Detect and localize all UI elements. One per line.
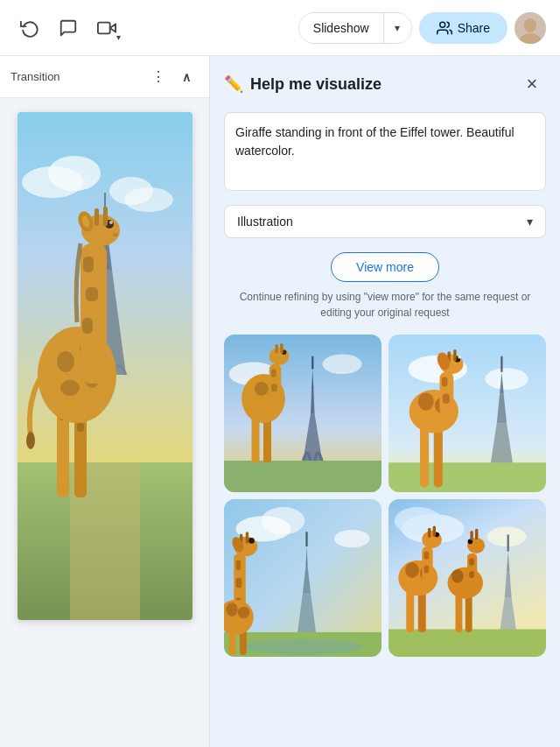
- svg-point-51: [255, 382, 269, 396]
- svg-point-84: [262, 507, 305, 535]
- history-icon[interactable]: [14, 12, 46, 44]
- svg-rect-121: [424, 552, 430, 560]
- prompt-text: Giraffe standing in front of the Eiffel …: [235, 123, 535, 160]
- right-panel: ✏️ Help me visualize × Giraffe standing …: [210, 56, 560, 747]
- svg-rect-58: [276, 344, 278, 353]
- svg-point-71: [418, 392, 434, 410]
- comments-icon[interactable]: [52, 12, 84, 44]
- close-button[interactable]: ×: [518, 70, 546, 98]
- prompt-text-container[interactable]: Giraffe standing in front of the Eiffel …: [224, 112, 546, 191]
- slide-panel: Transition ⋮ ∧: [0, 56, 210, 747]
- svg-point-130: [452, 569, 464, 583]
- svg-rect-125: [428, 528, 430, 538]
- svg-rect-134: [469, 571, 474, 578]
- generated-image-2[interactable]: [388, 335, 546, 492]
- svg-rect-128: [466, 593, 472, 632]
- svg-point-118: [405, 562, 419, 578]
- slide-card[interactable]: [18, 112, 192, 620]
- svg-rect-74: [442, 377, 448, 386]
- svg-rect-47: [224, 461, 382, 492]
- svg-rect-68: [420, 423, 429, 487]
- svg-point-91: [244, 639, 362, 655]
- svg-rect-75: [443, 394, 450, 404]
- svg-rect-59: [280, 343, 283, 353]
- toolbar: ▾ Slideshow ▾ Share: [0, 0, 560, 56]
- image-grid: [224, 335, 546, 657]
- share-icon: [437, 20, 452, 36]
- generated-image-1[interactable]: [224, 335, 382, 492]
- svg-point-2: [439, 22, 444, 27]
- svg-point-109: [487, 527, 527, 547]
- svg-point-42: [323, 355, 362, 375]
- style-dropdown[interactable]: Illustration ▾: [224, 205, 546, 238]
- svg-rect-99: [246, 532, 248, 544]
- svg-rect-93: [236, 560, 242, 570]
- svg-rect-54: [271, 369, 276, 377]
- dropdown-arrow-icon: ▾: [395, 22, 400, 34]
- more-options-icon[interactable]: ⋮: [146, 65, 171, 89]
- slideshow-main-button[interactable]: Slideshow: [299, 13, 383, 43]
- style-label: Illustration: [237, 215, 293, 229]
- chevron-up-icon[interactable]: ∧: [174, 65, 199, 89]
- svg-point-4: [524, 18, 536, 32]
- transition-label: Transition: [10, 70, 143, 83]
- svg-point-62: [485, 368, 528, 390]
- share-button[interactable]: Share: [419, 12, 508, 44]
- svg-point-85: [334, 530, 370, 547]
- svg-rect-138: [475, 529, 478, 539]
- svg-rect-55: [271, 384, 277, 391]
- slide-image: [18, 112, 192, 620]
- svg-point-78: [458, 356, 460, 358]
- svg-point-104: [226, 603, 238, 617]
- svg-point-56: [270, 348, 290, 365]
- dropdown-chevron-icon: ▾: [527, 215, 533, 229]
- video-icon[interactable]: ▾: [91, 12, 122, 44]
- svg-rect-114: [388, 630, 546, 658]
- svg-rect-126: [433, 525, 436, 536]
- svg-rect-67: [388, 462, 546, 492]
- svg-rect-127: [456, 593, 463, 632]
- svg-point-105: [238, 607, 250, 619]
- slide-content: [0, 98, 209, 747]
- generated-image-4[interactable]: [388, 499, 546, 657]
- pencil-icon: ✏️: [224, 74, 243, 94]
- svg-rect-94: [236, 578, 242, 588]
- slideshow-dropdown-button[interactable]: ▾: [383, 13, 411, 43]
- svg-rect-137: [470, 531, 472, 540]
- view-more-button[interactable]: View more: [331, 252, 439, 282]
- svg-rect-80: [453, 349, 456, 362]
- svg-marker-0: [110, 24, 116, 32]
- hint-text: Continue refining by using "view more" f…: [224, 289, 546, 321]
- close-icon: ×: [527, 73, 538, 95]
- svg-rect-39: [18, 112, 192, 620]
- generated-image-3[interactable]: [224, 499, 382, 657]
- share-label: Share: [458, 21, 490, 35]
- svg-rect-122: [424, 565, 430, 573]
- avatar[interactable]: [514, 12, 546, 44]
- svg-rect-133: [469, 559, 474, 566]
- panel-title-row: ✏️ Help me visualize: [224, 74, 382, 94]
- panel-title: Help me visualize: [250, 75, 382, 94]
- svg-rect-1: [98, 22, 110, 33]
- slide-toolbar: Transition ⋮ ∧: [0, 56, 209, 98]
- panel-header: ✏️ Help me visualize ×: [224, 70, 546, 98]
- main-area: Transition ⋮ ∧: [0, 56, 560, 747]
- svg-point-97: [248, 538, 255, 544]
- slideshow-button-group: Slideshow ▾: [298, 12, 412, 44]
